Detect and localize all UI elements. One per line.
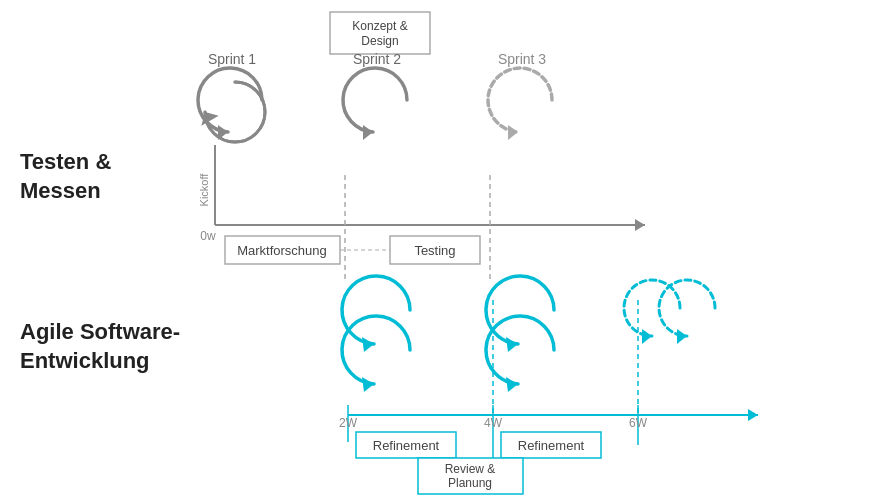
svg-text:6W: 6W <box>629 416 648 430</box>
svg-text:Planung: Planung <box>448 476 492 490</box>
svg-marker-25 <box>506 377 518 392</box>
bottom-section-svg: 2W 4W 6W Refinement Refinement Review & … <box>0 0 888 500</box>
svg-marker-22 <box>362 337 374 352</box>
svg-text:Review &: Review & <box>445 462 496 476</box>
svg-text:4W: 4W <box>484 416 503 430</box>
svg-marker-26 <box>642 329 652 344</box>
svg-text:Refinement: Refinement <box>518 438 585 453</box>
svg-text:Refinement: Refinement <box>373 438 440 453</box>
svg-text:2W: 2W <box>339 416 358 430</box>
svg-marker-24 <box>506 337 518 352</box>
svg-marker-27 <box>677 329 687 344</box>
diagram: Testen & Messen Agile Software- Entwickl… <box>0 0 888 500</box>
svg-marker-29 <box>748 409 758 421</box>
svg-marker-23 <box>362 377 374 392</box>
